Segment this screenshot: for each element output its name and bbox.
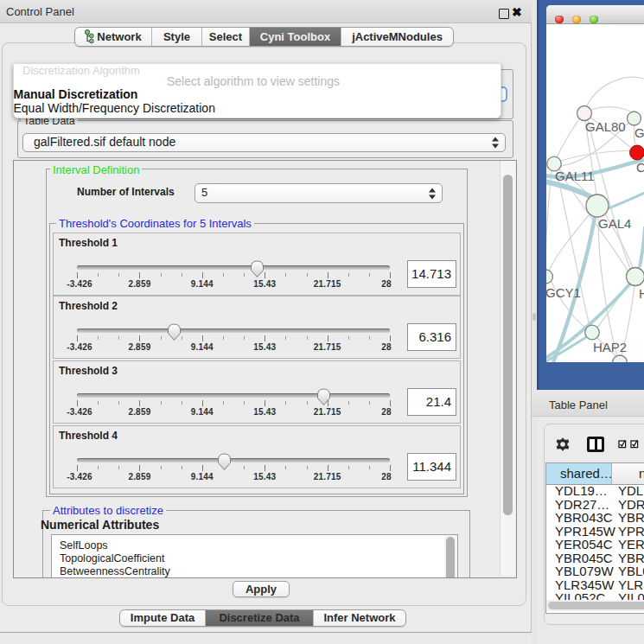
svg-text:GAL4: GAL4 (598, 216, 631, 231)
svg-text:H: H (639, 286, 644, 301)
svg-text:HAP2: HAP2 (593, 340, 627, 354)
svg-text:GAL11: GAL11 (555, 169, 595, 183)
svg-text:GAL80: GAL80 (585, 119, 626, 134)
svg-text:GA: GA (634, 125, 644, 140)
svg-text:C: C (636, 160, 644, 175)
svg-text:GCY1: GCY1 (546, 285, 581, 300)
